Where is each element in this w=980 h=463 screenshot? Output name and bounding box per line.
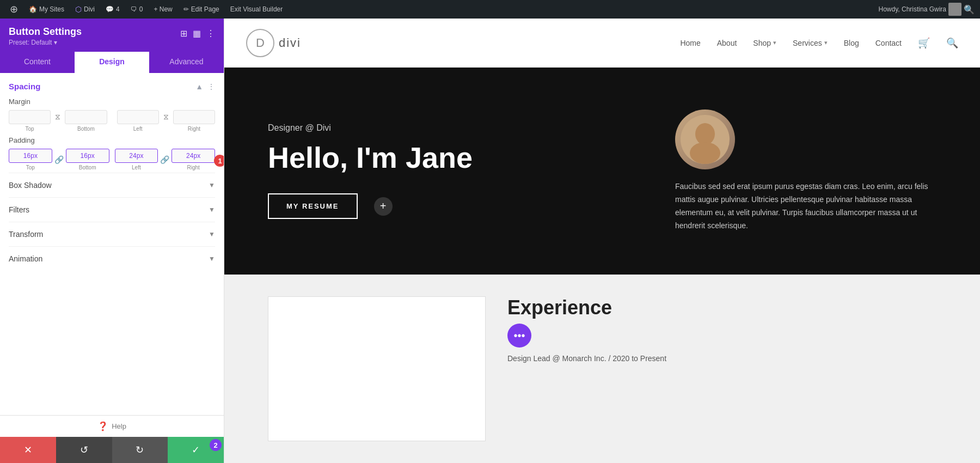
padding-badge: 1	[214, 155, 224, 167]
comments-item[interactable]: 💬 4	[101, 0, 124, 19]
site-logo: D divi	[246, 29, 301, 57]
new-label: + New	[154, 5, 172, 13]
redo-icon: ↻	[136, 444, 144, 456]
tab-design[interactable]: Design	[75, 52, 149, 73]
edit-page-item[interactable]: ✏ Edit Page	[179, 0, 224, 19]
design-lead: Design Lead @ Monarch Inc. / 2020 to Pre…	[507, 354, 936, 363]
padding-left-label: Left	[132, 165, 141, 170]
filters-header[interactable]: Filters ▼	[9, 205, 215, 214]
avatar-image	[681, 115, 730, 164]
padding-left-input[interactable]	[115, 149, 158, 163]
padding-link-1[interactable]: 🔗	[53, 155, 65, 164]
wp-logo-icon: ⊕	[10, 3, 18, 15]
cart-icon[interactable]: 🛒	[918, 37, 930, 49]
more-icon[interactable]: ⋮	[206, 28, 215, 39]
panel-preset[interactable]: Preset: Default ▾	[9, 39, 82, 46]
padding-top-pair: Top	[9, 149, 52, 170]
nav-services[interactable]: Services ▾	[793, 39, 828, 47]
transform-title: Transform	[9, 230, 43, 239]
margin-link-icon[interactable]: ⧖	[53, 101, 63, 132]
margin-bottom-input[interactable]	[65, 110, 107, 124]
padding-right-input[interactable]	[171, 149, 215, 163]
services-dropdown-icon: ▾	[824, 39, 828, 46]
lower-section: Experience ••• Design Lead @ Monarch Inc…	[224, 275, 980, 463]
save-badge: 2	[210, 439, 222, 451]
filters-chevron: ▼	[209, 206, 215, 214]
transform-section: Transform ▼	[9, 222, 215, 246]
panel-header-info: Button Settings Preset: Default ▾	[9, 26, 82, 46]
comments2-count: 0	[139, 5, 143, 13]
margin-right-input-pair: Right	[173, 110, 215, 132]
margin-top-input-pair: Top	[9, 110, 51, 132]
more-section-icon[interactable]: ⋮	[207, 82, 215, 91]
columns-icon[interactable]: ▦	[193, 28, 201, 39]
box-shadow-title: Box Shadow	[9, 181, 52, 190]
my-sites-label: My Sites	[39, 5, 64, 13]
animation-chevron: ▼	[209, 255, 215, 263]
tab-advanced[interactable]: Advanced	[149, 52, 224, 73]
left-panel: Button Settings Preset: Default ▾ ⊞ ▦ ⋮ …	[0, 19, 224, 463]
margin-top-label: Top	[26, 126, 34, 132]
redo-button[interactable]: ↻	[112, 437, 168, 463]
purple-dots-button[interactable]: •••	[507, 324, 531, 348]
resize-icon[interactable]: ⊞	[180, 28, 187, 39]
hero-title: Hello, I'm Jane	[268, 142, 653, 174]
main-layout: Button Settings Preset: Default ▾ ⊞ ▦ ⋮ …	[0, 19, 980, 463]
save-icon: ✓	[192, 444, 200, 456]
exit-builder-item[interactable]: Exit Visual Builder	[226, 0, 287, 19]
admin-search-icon[interactable]: 🔍	[964, 4, 975, 15]
plus-icon: +	[380, 200, 387, 212]
howdy-label: Howdy, Christina Gwira	[879, 5, 946, 13]
margin-right-input[interactable]	[173, 110, 215, 124]
divi-item[interactable]: ⬡ Divi	[71, 0, 99, 19]
nav-shop[interactable]: Shop ▾	[753, 39, 776, 47]
box-shadow-chevron: ▼	[209, 181, 215, 189]
save-button[interactable]: ✓ 2	[168, 437, 224, 463]
tab-content[interactable]: Content	[0, 52, 75, 73]
animation-header[interactable]: Animation ▼	[9, 254, 215, 263]
comments2-item[interactable]: 🗨 0	[126, 0, 148, 19]
user-avatar	[948, 3, 961, 16]
resume-button[interactable]: MY RESUME	[268, 193, 358, 219]
nav-blog[interactable]: Blog	[844, 39, 859, 47]
new-item[interactable]: + New	[149, 0, 176, 19]
help-label: Help	[112, 422, 126, 430]
site-nav-links: Home About Shop ▾ Services ▾ Blog Contac	[680, 37, 958, 49]
edit-page-label: Edit Page	[191, 5, 219, 13]
comment2-icon: 🗨	[131, 5, 137, 13]
margin-top-input[interactable]	[9, 110, 51, 124]
padding-top-label: Top	[26, 165, 35, 170]
margin-left-input-pair: Left	[117, 110, 159, 132]
collapse-icon[interactable]: ▲	[195, 82, 203, 91]
spacing-section-header: Spacing ▲ ⋮	[9, 82, 215, 91]
spacing-title: Spacing	[9, 82, 40, 91]
nav-home[interactable]: Home	[680, 39, 700, 47]
box-shadow-header[interactable]: Box Shadow ▼	[9, 181, 215, 190]
margin-left-input[interactable]	[117, 110, 159, 124]
padding-right-label: Right	[187, 165, 199, 170]
nav-about[interactable]: About	[717, 39, 737, 47]
help-icon[interactable]: ❓	[97, 421, 108, 431]
margin-link-icon2[interactable]: ⧖	[161, 101, 171, 132]
transform-header[interactable]: Transform ▼	[9, 230, 215, 239]
home-icon: 🏠	[29, 5, 37, 13]
wp-logo-item[interactable]: ⊕	[5, 0, 22, 19]
undo-button[interactable]: ↺	[56, 437, 112, 463]
panel-body: Spacing ▲ ⋮ Margin Top ⧖ Bottom	[0, 73, 224, 415]
padding-bottom-input[interactable]	[66, 149, 109, 163]
site-search-icon[interactable]: 🔍	[946, 37, 958, 49]
animation-title: Animation	[9, 254, 42, 263]
nav-contact[interactable]: Contact	[875, 39, 902, 47]
cancel-button[interactable]: ✕	[0, 437, 56, 463]
lower-left-box	[268, 296, 486, 441]
transform-chevron: ▼	[209, 230, 215, 238]
padding-left-pair: Left	[115, 149, 158, 170]
hero-subtitle: Designer @ Divi	[268, 123, 653, 133]
my-sites-item[interactable]: 🏠 My Sites	[24, 0, 69, 19]
padding-link-2[interactable]: 🔗	[159, 155, 170, 164]
admin-bar: ⊕ 🏠 My Sites ⬡ Divi 💬 4 🗨 0 + New ✏ Edit…	[0, 0, 980, 19]
margin-inputs: Top ⧖ Bottom Left ⧖ Right	[9, 110, 215, 132]
add-module-button[interactable]: +	[374, 197, 393, 216]
avatar	[675, 109, 735, 169]
padding-top-input[interactable]	[9, 149, 52, 163]
